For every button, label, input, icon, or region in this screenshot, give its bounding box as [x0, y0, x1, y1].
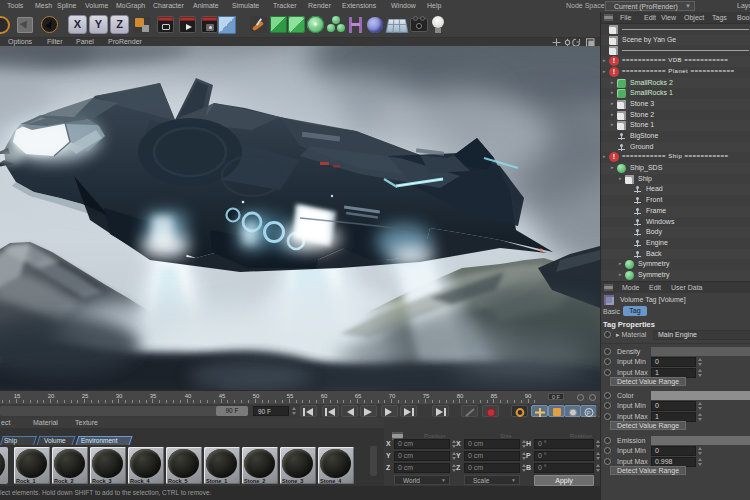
svg-text:P: P [586, 410, 590, 416]
